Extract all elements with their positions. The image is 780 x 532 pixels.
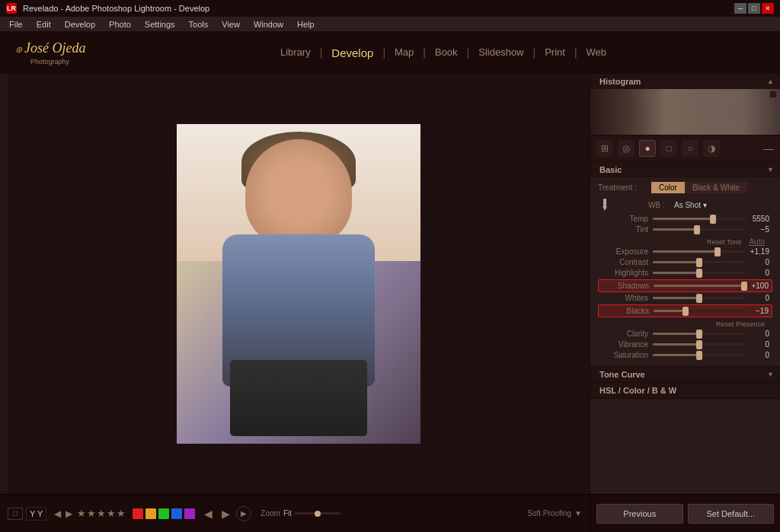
star-rating[interactable]: ★★★★★ (77, 508, 126, 519)
basic-header[interactable]: Basic ▼ (590, 162, 780, 177)
nav-back-icon[interactable]: ◀ (53, 508, 62, 519)
nav-slideshow[interactable]: Slideshow (469, 43, 532, 62)
svg-marker-1 (603, 206, 607, 211)
tint-value: −5 (745, 225, 769, 234)
menu-develop[interactable]: Develop (59, 18, 101, 30)
spot-removal-tool[interactable]: ◎ (618, 140, 635, 157)
tone-curve-arrow: ▼ (767, 371, 774, 378)
tone-curve-header[interactable]: Tone Curve ▼ (590, 367, 780, 382)
nav-forward-icon[interactable]: ▶ (64, 508, 74, 519)
radial-filter-tool[interactable]: ○ (682, 140, 698, 157)
menu-edit[interactable]: Edit (30, 18, 57, 30)
blacks-label: Blacks (602, 307, 654, 315)
histogram-display (590, 89, 780, 135)
vibrance-label: Vibrance (601, 340, 653, 349)
set-default-button[interactable]: Set Default... (688, 504, 775, 524)
color-labels (133, 508, 195, 519)
highlights-track[interactable] (653, 272, 745, 274)
nav-library[interactable]: Library (271, 43, 320, 62)
eyedropper-tool[interactable] (598, 198, 612, 212)
nav-map[interactable]: Map (385, 43, 423, 62)
vibrance-track[interactable] (653, 343, 745, 346)
zoom-label: Zoom (261, 509, 280, 518)
grad-filter-tool[interactable]: □ (660, 140, 677, 157)
flag-btn[interactable]: Y Y (30, 509, 43, 518)
menu-view[interactable]: View (216, 18, 246, 30)
vibrance-slider-row: Vibrance 0 (598, 340, 772, 349)
auto-btn[interactable]: Auto (749, 237, 765, 246)
tone-curve-label: Tone Curve (599, 370, 645, 379)
close-button[interactable]: ✕ (762, 3, 774, 14)
maximize-button[interactable]: □ (748, 3, 760, 14)
basic-label: Basic (599, 165, 622, 174)
menu-file[interactable]: File (3, 18, 29, 30)
whites-track[interactable] (653, 297, 745, 299)
svg-rect-0 (603, 199, 606, 206)
exposure-track[interactable] (653, 250, 745, 253)
nav-develop[interactable]: Develop (322, 43, 382, 62)
nav-print[interactable]: Print (535, 43, 574, 62)
zoom-slider[interactable] (295, 512, 340, 514)
crop-tool[interactable]: ⊞ (596, 140, 613, 157)
slideshow-play-btn[interactable]: ▶ (236, 506, 251, 521)
temp-label: Temp (601, 215, 653, 223)
bottom-right-buttons: Previous Set Default... (590, 494, 780, 532)
main-nav: Library | Develop | Map | Book | Slidesh… (122, 43, 765, 62)
basic-content: Treatment : Color Black & White WB : As … (590, 177, 780, 366)
menu-help[interactable]: Help (291, 18, 321, 30)
menu-window[interactable]: Window (248, 18, 289, 30)
wb-row: WB : As Shot ▾ (598, 198, 772, 212)
histogram-expand[interactable] (769, 91, 777, 98)
soft-proofing-label: Soft Proofing (527, 509, 571, 518)
purple-label[interactable] (184, 508, 195, 519)
treatment-bw-btn[interactable]: Black & White (685, 182, 747, 193)
previous-button[interactable]: Previous (596, 504, 683, 524)
prev-photo-arrow[interactable]: ◀ (201, 508, 216, 520)
saturation-track[interactable] (653, 354, 745, 356)
red-label[interactable] (133, 508, 143, 519)
bottom-bar: □ Y Y ◀ ▶ ★★★★★ ◀ ▶ ▶ Zoom Fit Soft Proo… (0, 494, 780, 532)
view-mode-icon[interactable]: □ (8, 508, 23, 520)
tint-track[interactable] (653, 228, 745, 231)
menu-tools[interactable]: Tools (183, 18, 215, 30)
saturation-slider-row: Saturation 0 (598, 351, 772, 359)
logo: ⊛ José Ojeda Photography (15, 40, 122, 65)
person-head (245, 139, 352, 246)
titlebar: LR Revelado - Adobe Photoshop Lightroom … (0, 0, 780, 17)
clarity-value: 0 (745, 330, 769, 338)
soft-proofing-dropdown[interactable]: ▼ (574, 509, 582, 518)
right-panel: Histogram ▲ ⊞ ◎ ● □ ○ ◑ — Basic ▼ (590, 74, 780, 494)
red-eye-tool[interactable]: ● (639, 140, 656, 157)
wb-value[interactable]: As Shot ▾ (674, 201, 707, 209)
adjustment-tool[interactable]: ◑ (703, 140, 720, 157)
treatment-color-btn[interactable]: Color (651, 182, 685, 193)
histogram-header[interactable]: Histogram ▲ (590, 74, 780, 89)
blue-label[interactable] (171, 508, 182, 519)
contrast-track[interactable] (653, 261, 745, 263)
clarity-track[interactable] (653, 333, 745, 335)
tint-slider-row: Tint −5 (598, 225, 772, 234)
next-photo-arrow[interactable]: ▶ (219, 508, 233, 520)
temp-track[interactable] (653, 218, 745, 220)
shadows-track[interactable] (654, 285, 744, 287)
more-tools[interactable]: — (763, 142, 774, 155)
hsl-label: HSL / Color / B & W (599, 386, 676, 395)
green-label[interactable] (158, 508, 169, 519)
zoom-fit-btn[interactable]: Fit (283, 509, 292, 518)
tools-row: ⊞ ◎ ● □ ○ ◑ — (590, 135, 780, 162)
shadows-value: +100 (744, 282, 769, 290)
blacks-track[interactable] (654, 310, 744, 312)
reset-tone-row: Reset Tone Auto (598, 236, 772, 247)
menu-photo[interactable]: Photo (103, 18, 137, 30)
nav-web[interactable]: Web (577, 43, 616, 62)
header: ⊛ José Ojeda Photography Library | Devel… (0, 32, 780, 74)
menu-settings[interactable]: Settings (139, 18, 181, 30)
minimize-button[interactable]: ─ (734, 3, 746, 14)
exposure-value: +1.19 (745, 247, 769, 256)
contrast-label: Contrast (601, 258, 653, 266)
yellow-label[interactable] (145, 508, 156, 519)
hsl-header[interactable]: HSL / Color / B & W (590, 383, 780, 398)
tone-curve-section: Tone Curve ▼ (590, 367, 780, 383)
nav-book[interactable]: Book (426, 43, 467, 62)
basic-section: Basic ▼ Treatment : Color Black & White (590, 162, 780, 367)
